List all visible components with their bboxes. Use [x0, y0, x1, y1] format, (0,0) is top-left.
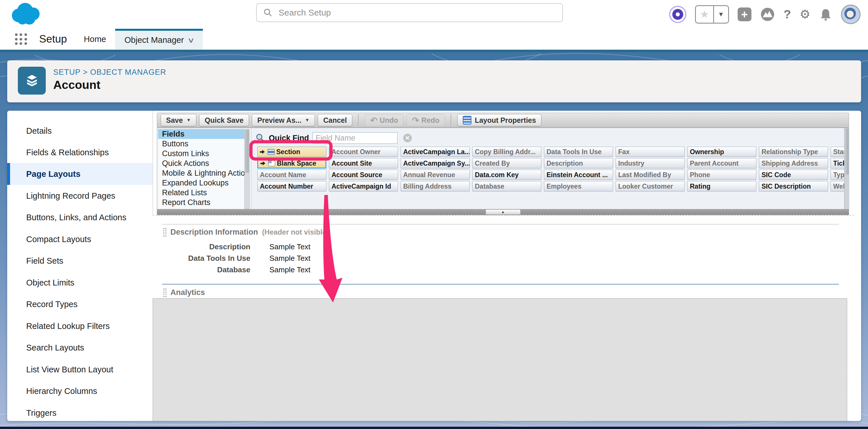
- quick-find-label: Quick Find: [269, 134, 309, 143]
- field-item[interactable]: Relationship Type: [759, 146, 828, 157]
- field-item[interactable]: Account Owner: [329, 146, 398, 157]
- save-button[interactable]: Save▼: [161, 114, 196, 126]
- layout-field-row[interactable]: Data Tools In UseSample Text: [164, 253, 311, 264]
- add-icon[interactable]: +: [738, 7, 751, 21]
- sidebar-item-object-limits[interactable]: Object Limits: [7, 272, 153, 294]
- field-item-blank-space[interactable]: Blank Space: [257, 158, 327, 168]
- field-item[interactable]: Fax: [616, 146, 685, 157]
- app-launcher-icon[interactable]: [15, 33, 28, 45]
- drag-handle-icon[interactable]: [163, 288, 166, 297]
- layout-field-row[interactable]: DatabaseSample Text: [164, 264, 311, 275]
- sidebar-item-details[interactable]: Details: [7, 120, 153, 142]
- drag-handle-icon[interactable]: [163, 228, 166, 237]
- field-item[interactable]: Employees: [544, 181, 613, 192]
- field-item[interactable]: Websit: [831, 181, 844, 192]
- field-item[interactable]: Database: [472, 181, 541, 192]
- quick-save-button[interactable]: Quick Save: [199, 114, 249, 126]
- redo-button[interactable]: ↷Redo: [406, 114, 445, 126]
- sidebar-item-related-lookup-filters[interactable]: Related Lookup Filters: [7, 315, 153, 337]
- field-item[interactable]: Account Number: [257, 181, 327, 192]
- field-item[interactable]: Account Name: [257, 170, 327, 180]
- clear-icon[interactable]: ✕: [403, 134, 412, 142]
- field-item[interactable]: Looker Customer: [616, 181, 685, 192]
- sidebar-item-list-view-button-layout[interactable]: List View Button Layout: [7, 359, 153, 381]
- analytics-section-area[interactable]: [153, 298, 847, 421]
- field-item[interactable]: Copy Billing Addr...: [472, 146, 541, 157]
- field-item[interactable]: Data.com Key: [472, 170, 541, 180]
- sidebar-item-triggers[interactable]: Triggers: [7, 402, 153, 421]
- help-icon[interactable]: ?: [784, 8, 791, 21]
- sidebar-item-page-layouts[interactable]: Page Layouts: [7, 163, 153, 185]
- breadcrumb-setup-link[interactable]: SETUP: [53, 68, 81, 76]
- breadcrumb-object-manager-link[interactable]: OBJECT MANAGER: [90, 68, 166, 76]
- salesforce-logo: [8, 2, 46, 25]
- cancel-button[interactable]: Cancel: [318, 114, 352, 126]
- field-item[interactable]: Description: [544, 158, 613, 168]
- sidebar-item-compact-layouts[interactable]: Compact Layouts: [7, 228, 153, 250]
- field-item[interactable]: Shipping Address: [759, 158, 828, 168]
- field-item[interactable]: Type: [831, 170, 844, 180]
- field-item[interactable]: SIC Description: [759, 181, 828, 192]
- sidebar-item-lightning-record-pages[interactable]: Lightning Record Pages: [7, 185, 153, 207]
- section-header-description-information: Description Information (Header not visi…: [163, 228, 329, 237]
- field-item-section[interactable]: Section: [257, 146, 327, 157]
- tab-home[interactable]: Home: [81, 29, 110, 50]
- field-item[interactable]: Ticker: [831, 158, 844, 168]
- field-item[interactable]: Parent Account: [687, 158, 756, 168]
- guidance-badge-icon[interactable]: [669, 6, 686, 23]
- sidebar-item-hierarchy-columns[interactable]: Hierarchy Columns: [7, 380, 153, 402]
- palette-category-buttons[interactable]: Buttons: [158, 139, 244, 148]
- palette-category-custom-links[interactable]: Custom Links: [158, 148, 244, 158]
- undo-icon: ↶: [370, 115, 377, 125]
- favorites-star-icon[interactable]: ★: [696, 6, 713, 23]
- layout-properties-button[interactable]: Layout Properties: [457, 114, 541, 126]
- category-scrollbar[interactable]: [244, 129, 250, 209]
- field-item[interactable]: SIC Code: [759, 170, 828, 180]
- field-item[interactable]: Stage (: [831, 146, 844, 157]
- palette-scrollbar[interactable]: [844, 128, 849, 209]
- palette-category-quick-actions[interactable]: Quick Actions: [158, 158, 244, 168]
- field-item[interactable]: ActiveCampaign Id: [329, 181, 398, 192]
- trailhead-icon[interactable]: [760, 7, 775, 22]
- field-item[interactable]: ActiveCampaign La...: [401, 146, 470, 157]
- field-item[interactable]: Annual Revenue: [401, 170, 470, 180]
- palette-category-report-charts[interactable]: Report Charts: [158, 198, 244, 207]
- notification-bell-icon[interactable]: [819, 8, 832, 21]
- field-item[interactable]: Last Modified By: [616, 170, 685, 180]
- favorites-dropdown-icon[interactable]: ▼: [713, 6, 728, 23]
- field-item[interactable]: Billing Address: [401, 181, 470, 192]
- field-item[interactable]: Account Site: [329, 158, 398, 168]
- section-icon: [268, 149, 275, 155]
- field-item[interactable]: Ownership: [687, 146, 756, 157]
- sidebar-item-buttons-links-actions[interactable]: Buttons, Links, and Actions: [7, 206, 153, 228]
- global-search: [256, 3, 563, 22]
- field-item[interactable]: Account Source: [329, 170, 398, 180]
- field-item[interactable]: Created By: [472, 158, 541, 168]
- field-item[interactable]: Industry: [616, 158, 685, 168]
- sidebar-item-fields-relationships[interactable]: Fields & Relationships: [7, 141, 153, 163]
- field-item[interactable]: Data Tools In Use: [544, 146, 613, 157]
- field-item[interactable]: Phone: [687, 170, 756, 180]
- palette-category-expanded-lookups[interactable]: Expanded Lookups: [158, 178, 244, 188]
- avatar[interactable]: [841, 5, 861, 24]
- field-item[interactable]: ActiveCampaign Sy...: [401, 158, 470, 168]
- sidebar-item-field-sets[interactable]: Field Sets: [7, 250, 153, 272]
- palette-category-fields[interactable]: Fields: [158, 129, 244, 139]
- collapse-palette-button[interactable]: ▲: [486, 209, 521, 215]
- sidebar-item-record-types[interactable]: Record Types: [7, 293, 153, 315]
- search-setup-input[interactable]: [278, 7, 542, 18]
- field-item[interactable]: Rating: [687, 181, 756, 192]
- palette-category-mobile-lightning-actions[interactable]: Mobile & Lightning Actions: [158, 168, 244, 178]
- setup-gear-icon[interactable]: ⚙: [800, 8, 810, 21]
- palette-category-related-lists[interactable]: Related Lists: [158, 188, 244, 198]
- preview-as-button[interactable]: Preview As...▼: [252, 114, 315, 126]
- tab-object-manager[interactable]: Object Manager ∨: [115, 29, 203, 50]
- screen-bottom-edge: [0, 427, 868, 429]
- layout-properties-icon: [463, 116, 471, 125]
- quick-find-input[interactable]: [313, 132, 398, 144]
- undo-button[interactable]: ↶Undo: [365, 114, 403, 126]
- layout-field-row[interactable]: DescriptionSample Text: [164, 241, 311, 253]
- field-item[interactable]: Einstein Account ...: [544, 170, 613, 180]
- save-dropdown-icon[interactable]: ▼: [186, 118, 191, 123]
- sidebar-item-search-layouts[interactable]: Search Layouts: [7, 337, 153, 359]
